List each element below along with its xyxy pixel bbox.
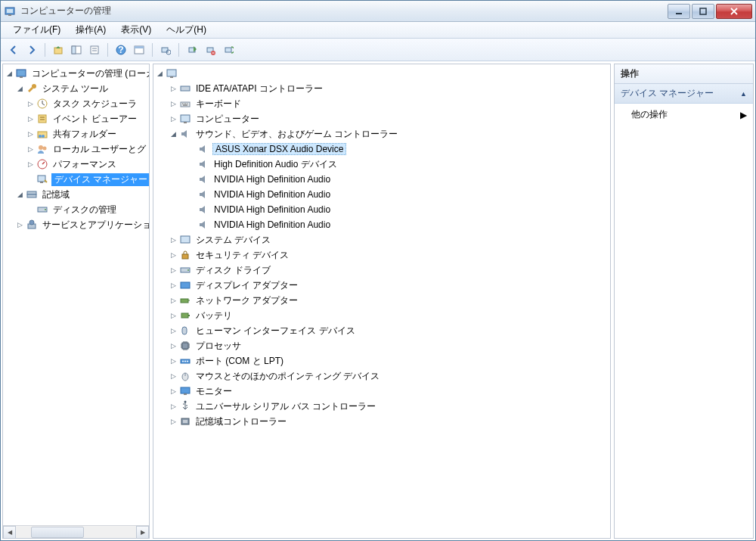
scroll-right-button[interactable]: ▶ <box>136 526 149 539</box>
expander-icon[interactable]: ▷ <box>169 356 178 365</box>
forward-button[interactable] <box>23 42 40 58</box>
horizontal-scrollbar[interactable]: ◀ ▶ <box>3 525 149 538</box>
scroll-thumb[interactable] <box>31 527 84 538</box>
tree-device-manager[interactable]: ▷ デバイス マネージャー <box>3 172 149 187</box>
device-cat-ports[interactable]: ▷ポート (COM と LPT) <box>153 353 610 368</box>
menu-help[interactable]: ヘルプ(H) <box>159 22 214 38</box>
expander-icon[interactable]: ▷ <box>169 266 178 275</box>
expander-icon[interactable]: ◢ <box>15 190 24 199</box>
device-cat-hid[interactable]: ▷ヒューマン インターフェイス デバイス <box>153 323 610 338</box>
expander-icon[interactable]: ▷ <box>169 84 178 93</box>
tree-label: ディスク ドライブ <box>194 263 272 278</box>
expander-icon[interactable]: ▷ <box>169 387 178 396</box>
expander-icon[interactable]: ▷ <box>169 372 178 381</box>
expander-icon[interactable]: ▷ <box>169 341 178 350</box>
device-nvidia-audio[interactable]: ▷NVIDIA High Definition Audio <box>153 187 610 202</box>
help-button[interactable]: ? <box>113 42 129 58</box>
properties-button[interactable] <box>86 42 103 58</box>
expander-icon[interactable]: ▷ <box>26 145 35 154</box>
device-asus-xonar[interactable]: ▷ASUS Xonar DSX Audio Device <box>153 141 610 157</box>
expander-icon[interactable]: ◢ <box>15 84 24 93</box>
up-button[interactable] <box>50 42 67 58</box>
tree-performance[interactable]: ▷ パフォーマンス <box>3 157 149 172</box>
tree-shared-folders[interactable]: ▷ 共有フォルダー <box>3 126 149 141</box>
device-cat-battery[interactable]: ▷バッテリ <box>153 308 610 323</box>
tree-label: コンピューター <box>194 112 261 126</box>
expander-icon[interactable]: ▷ <box>169 311 178 320</box>
tree-label: ローカル ユーザーとグ <box>51 142 147 157</box>
expander-icon[interactable]: ▷ <box>169 114 178 123</box>
device-cat-monitor[interactable]: ▷モニター <box>153 384 610 399</box>
expander-icon[interactable]: ▷ <box>169 250 178 260</box>
tree-storage[interactable]: ◢ 記憶域 <box>3 187 149 202</box>
scroll-left-button[interactable]: ◀ <box>3 526 16 539</box>
device-cat-sound[interactable]: ◢サウンド、ビデオ、およびゲーム コントローラー <box>153 126 610 141</box>
device-cat-display[interactable]: ▷ディスプレイ アダプター <box>153 278 610 293</box>
enable-button[interactable] <box>184 42 200 58</box>
expander-icon[interactable]: ▷ <box>169 326 178 335</box>
show-hide-tree-button[interactable] <box>68 42 85 58</box>
console-button[interactable] <box>131 42 147 58</box>
tree-event-viewer[interactable]: ▷ イベント ビューアー <box>3 111 149 126</box>
expander-icon[interactable]: ▷ <box>26 160 35 169</box>
users-icon <box>36 143 48 155</box>
actions-section[interactable]: デバイス マネージャー ▲ <box>615 84 753 104</box>
actions-other[interactable]: 他の操作 ▶ <box>615 104 753 126</box>
expander-icon[interactable]: ▷ <box>26 114 35 123</box>
back-button[interactable] <box>5 42 22 58</box>
svg-rect-13 <box>162 48 168 52</box>
menu-file[interactable]: ファイル(F) <box>5 22 68 38</box>
expander-icon[interactable]: ▷ <box>169 417 178 426</box>
scan-button[interactable] <box>157 42 174 58</box>
device-cat-usb[interactable]: ▷ユニバーサル シリアル バス コントローラー <box>153 399 610 414</box>
tree-disk-mgmt[interactable]: ▷ ディスクの管理 <box>3 202 149 217</box>
expander-icon[interactable]: ▷ <box>169 99 178 108</box>
device-cat-system[interactable]: ▷システム デバイス <box>153 232 610 247</box>
svg-rect-48 <box>181 282 190 288</box>
device-cat-security[interactable]: ▷セキュリティ デバイス <box>153 247 610 263</box>
device-tree[interactable]: ◢ ▷IDE ATA/ATAPI コントローラー ▷キーボード ▷コンピューター… <box>153 64 610 538</box>
uninstall-button[interactable] <box>202 42 218 58</box>
expander-icon[interactable]: ◢ <box>155 69 164 78</box>
minimize-button[interactable] <box>668 4 690 19</box>
expander-icon[interactable]: ▷ <box>15 220 24 229</box>
close-button[interactable] <box>716 4 752 19</box>
menu-view[interactable]: 表示(V) <box>113 22 159 38</box>
device-cat-computer[interactable]: ▷コンピューター <box>153 111 610 126</box>
console-tree[interactable]: ◢ コンピューターの管理 (ローカル) ◢ システム ツール ▷ タスク スケジ… <box>3 64 149 525</box>
device-cat-network[interactable]: ▷ネットワーク アダプター <box>153 293 610 308</box>
display-adapter-icon <box>179 279 191 291</box>
collapse-icon[interactable]: ▲ <box>740 90 747 98</box>
tree-label: NVIDIA High Definition Audio <box>212 204 332 216</box>
device-cat-mouse[interactable]: ▷マウスとそのほかのポインティング デバイス <box>153 368 610 384</box>
device-nvidia-audio[interactable]: ▷NVIDIA High Definition Audio <box>153 202 610 217</box>
expander-icon[interactable]: ▷ <box>169 281 178 290</box>
device-tree-root[interactable]: ◢ <box>153 66 610 81</box>
expander-icon[interactable]: ▷ <box>26 129 35 138</box>
tree-root[interactable]: ◢ コンピューターの管理 (ローカル) <box>3 66 149 81</box>
expander-icon[interactable]: ◢ <box>169 129 178 138</box>
device-hd-audio[interactable]: ▷High Definition Audio デバイス <box>153 157 610 172</box>
maximize-button[interactable] <box>692 4 714 19</box>
tools-icon <box>26 82 38 95</box>
expander-icon[interactable]: ▷ <box>26 99 35 108</box>
expander-icon[interactable]: ▷ <box>169 235 178 244</box>
device-cat-storage-ctrl[interactable]: ▷記憶域コントローラー <box>153 414 610 429</box>
device-cat-keyboard[interactable]: ▷キーボード <box>153 96 610 111</box>
update-driver-button[interactable] <box>220 42 237 58</box>
device-cat-processor[interactable]: ▷プロセッサ <box>153 338 610 353</box>
device-cat-ide[interactable]: ▷IDE ATA/ATAPI コントローラー <box>153 81 610 96</box>
svg-rect-12 <box>135 46 144 48</box>
tree-system-tools[interactable]: ◢ システム ツール <box>3 81 149 96</box>
device-nvidia-audio[interactable]: ▷NVIDIA High Definition Audio <box>153 172 610 187</box>
expander-icon[interactable]: ◢ <box>5 69 14 78</box>
tree-services[interactable]: ▷ サービスとアプリケーショ <box>3 217 149 232</box>
menu-action[interactable]: 操作(A) <box>68 22 113 38</box>
tree-task-scheduler[interactable]: ▷ タスク スケジューラ <box>3 96 149 111</box>
expander-icon[interactable]: ▷ <box>169 296 178 305</box>
device-cat-disk[interactable]: ▷ディスク ドライブ <box>153 263 610 278</box>
tree-local-users[interactable]: ▷ ローカル ユーザーとグ <box>3 141 149 157</box>
device-nvidia-audio[interactable]: ▷NVIDIA High Definition Audio <box>153 217 610 232</box>
svg-rect-33 <box>27 194 36 197</box>
expander-icon[interactable]: ▷ <box>169 402 178 411</box>
